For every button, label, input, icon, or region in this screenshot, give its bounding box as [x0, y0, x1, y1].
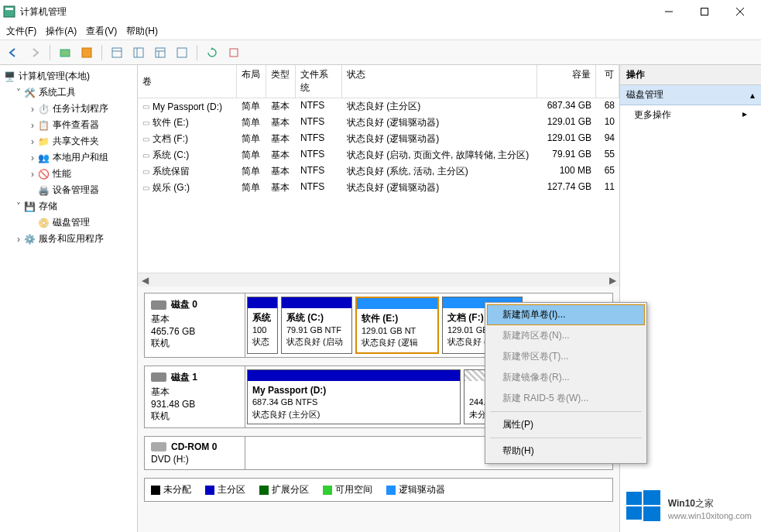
menu-new-raid5-volume: 新建 RAID-5 卷(W)...	[487, 388, 645, 409]
tool-icon[interactable]	[78, 44, 95, 61]
nav-tree: 🖥️计算机管理(本地) ˅🛠️系统工具 ›⏱️任务计划程序 ›📋事件查看器 ›📁…	[0, 65, 138, 532]
close-button[interactable]	[722, 0, 758, 23]
toolbar	[0, 40, 761, 65]
tree-diskmgmt[interactable]: 📀磁盘管理	[0, 215, 137, 231]
tool-icon[interactable]	[57, 44, 74, 61]
tool-icon[interactable]	[108, 44, 125, 61]
refresh-button[interactable]	[204, 44, 221, 61]
scroll-left[interactable]: ◀	[138, 275, 152, 286]
menu-new-stripe-volume: 新建带区卷(T)...	[487, 346, 645, 367]
menu-help[interactable]: 帮助(H)	[126, 25, 158, 38]
col-fs[interactable]: 文件系统	[296, 65, 342, 98]
tool-icon[interactable]	[173, 44, 190, 61]
tool-icon[interactable]	[152, 44, 169, 61]
svg-rect-16	[230, 49, 238, 57]
svg-rect-7	[82, 48, 91, 57]
tool-icon[interactable]	[130, 44, 147, 61]
tree-scheduler[interactable]: ›⏱️任务计划程序	[0, 101, 137, 117]
svg-rect-10	[134, 48, 143, 57]
tree-perf[interactable]: ›🚫性能	[0, 166, 137, 182]
partition[interactable]: My Passport (D:)687.34 GB NTFS状态良好 (主分区)	[247, 369, 461, 425]
menu-new-span-volume: 新建跨区卷(N)...	[487, 325, 645, 346]
svg-rect-15	[177, 48, 187, 57]
partition[interactable]: 系统100状态	[247, 297, 278, 354]
menu-view[interactable]: 查看(V)	[86, 25, 117, 38]
legend: 未分配 主分区 扩展分区 可用空间 逻辑驱动器	[144, 478, 613, 502]
svg-rect-20	[643, 506, 660, 521]
menu-help[interactable]: 帮助(H)	[487, 441, 645, 462]
tree-devmgr[interactable]: 🖨️设备管理器	[0, 182, 137, 198]
col-layout[interactable]: 布局	[237, 65, 266, 98]
tree-root[interactable]: 🖥️计算机管理(本地)	[0, 68, 137, 84]
volume-header[interactable]: 卷 布局 类型 文件系统 状态 容量 可	[138, 65, 619, 98]
volume-row[interactable]: My Passport (D:)简单基本NTFS状态良好 (主分区)687.34…	[138, 98, 619, 115]
window-title: 计算机管理	[20, 5, 651, 19]
volume-row[interactable]: 娱乐 (G:)简单基本NTFS状态良好 (逻辑驱动器)127.74 GB11	[138, 180, 619, 196]
scroll-right[interactable]: ▶	[605, 275, 619, 286]
menu-new-mirror-volume: 新建镜像卷(R)...	[487, 367, 645, 388]
minimize-button[interactable]	[651, 0, 687, 23]
sidebar-more[interactable]: 更多操作▸	[620, 105, 761, 125]
chevron-right-icon: ▸	[742, 108, 747, 122]
svg-rect-18	[643, 490, 660, 505]
tree-shared[interactable]: ›📁共享文件夹	[0, 133, 137, 149]
svg-rect-19	[626, 506, 642, 520]
sidebar-section[interactable]: 磁盘管理▴	[620, 85, 761, 105]
svg-rect-6	[60, 50, 70, 57]
volume-row[interactable]: 文档 (F:)简单基本NTFS状态良好 (逻辑驱动器)129.01 GB94	[138, 131, 619, 147]
sidebar-head: 操作	[620, 65, 761, 85]
svg-rect-8	[112, 48, 122, 57]
tree-users[interactable]: ›👥本地用户和组	[0, 149, 137, 166]
back-button[interactable]	[5, 44, 22, 61]
titlebar: 计算机管理	[0, 0, 761, 23]
menu-file[interactable]: 文件(F)	[6, 25, 36, 38]
col-status[interactable]: 状态	[342, 65, 537, 98]
col-type[interactable]: 类型	[266, 65, 296, 98]
menu-action[interactable]: 操作(A)	[46, 25, 77, 38]
forward-button[interactable]	[26, 44, 43, 61]
context-menu: 新建简单卷(I)... 新建跨区卷(N)... 新建带区卷(T)... 新建镜像…	[485, 302, 647, 464]
tree-storage[interactable]: ˅💾存储	[0, 198, 137, 215]
menu-new-simple-volume[interactable]: 新建简单卷(I)...	[487, 304, 645, 325]
watermark: Win10之家 www.win10xitong.com	[626, 489, 752, 523]
volume-row[interactable]: 软件 (E:)简单基本NTFS状态良好 (逻辑驱动器)129.01 GB10	[138, 115, 619, 131]
svg-rect-3	[701, 9, 708, 15]
tree-eventviewer[interactable]: ›📋事件查看器	[0, 117, 137, 133]
partition[interactable]: 系统 (C:)79.91 GB NTF状态良好 (启动	[281, 297, 352, 354]
maximize-button[interactable]	[687, 0, 722, 23]
collapse-icon: ▴	[750, 90, 755, 101]
col-vol[interactable]: 卷	[138, 65, 237, 98]
windows-logo-icon	[626, 489, 660, 523]
h-scrollbar[interactable]: ◀ ▶	[138, 273, 619, 287]
tree-systools[interactable]: ˅🛠️系统工具	[0, 84, 137, 101]
tool-icon[interactable]	[225, 44, 242, 61]
app-icon	[3, 5, 15, 18]
volume-row[interactable]: 系统保留简单基本NTFS状态良好 (系统, 活动, 主分区)100 MB65	[138, 163, 619, 180]
partition[interactable]: 软件 (E:)129.01 GB NT状态良好 (逻辑	[355, 297, 439, 354]
svg-rect-17	[626, 492, 642, 505]
volume-list: 卷 布局 类型 文件系统 状态 容量 可 My Passport (D:)简单基…	[138, 65, 619, 287]
col-cap[interactable]: 容量	[537, 65, 596, 98]
col-free[interactable]: 可	[596, 65, 619, 98]
volume-row[interactable]: 系统 (C:)简单基本NTFS状态良好 (启动, 页面文件, 故障转储, 主分区…	[138, 147, 619, 163]
tree-services[interactable]: ›⚙️服务和应用程序	[0, 231, 137, 247]
svg-rect-1	[5, 8, 13, 10]
menu-properties[interactable]: 属性(P)	[487, 414, 645, 435]
svg-rect-12	[156, 48, 165, 57]
menubar: 文件(F) 操作(A) 查看(V) 帮助(H)	[0, 23, 761, 40]
